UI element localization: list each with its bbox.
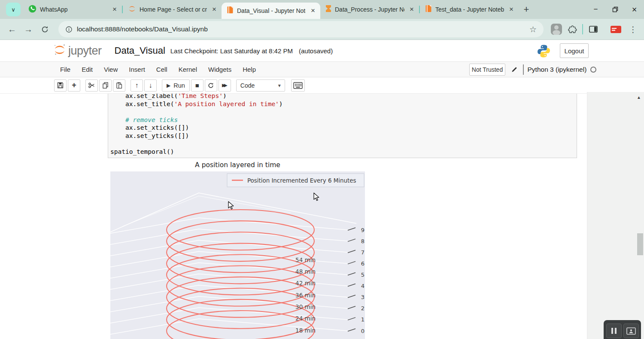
run-label: Run	[173, 82, 185, 89]
restart-icon	[207, 82, 214, 89]
side-panel-button[interactable]	[589, 25, 598, 33]
python-logo-icon	[537, 44, 551, 60]
notebook-menubar: File Edit View Insert Cell Kernel Widget…	[0, 61, 644, 77]
cut-cell-button[interactable]	[85, 79, 98, 92]
svg-text:36 min: 36 min	[295, 292, 316, 299]
run-button[interactable]: ▶ Run	[162, 79, 190, 92]
svg-text:8: 8	[361, 238, 365, 244]
svg-text:54 min: 54 min	[295, 257, 316, 263]
back-button[interactable]: ←	[5, 22, 19, 36]
tab-jupyter-home[interactable]: Home Page - Select or creat ×	[123, 0, 222, 19]
media-control-overlay	[604, 320, 641, 339]
menu-file[interactable]: File	[55, 66, 76, 73]
window-minimize-button[interactable]: −	[586, 0, 605, 19]
menu-kernel[interactable]: Kernel	[173, 66, 203, 73]
menu-widgets[interactable]: Widgets	[203, 66, 237, 73]
menu-insert[interactable]: Insert	[123, 66, 151, 73]
tab-close-button[interactable]: ×	[408, 5, 416, 14]
media-pause-button[interactable]	[606, 324, 622, 338]
forward-button[interactable]: →	[21, 22, 35, 36]
tab-test-data[interactable]: Test_data - Jupyter Noteboo ×	[420, 0, 519, 19]
chevron-down-icon: ∨	[11, 6, 15, 13]
autosaved-text: (autosaved)	[299, 47, 333, 55]
reload-icon	[41, 25, 49, 34]
tab-data-visual-active[interactable]: Data_Visual - Jupyter Noteb ×	[222, 3, 320, 19]
picture-in-picture-button[interactable]	[623, 324, 639, 338]
cell-type-dropdown[interactable]: Code ▾	[236, 79, 285, 92]
jupyter-logo-text[interactable]: jupyter	[68, 44, 102, 58]
tab-close-button[interactable]: ×	[309, 6, 317, 15]
tab-title: WhatsApp	[40, 6, 107, 13]
restart-kernel-button[interactable]	[205, 79, 217, 92]
new-tab-button[interactable]: +	[519, 2, 534, 17]
window-close-button[interactable]: ×	[625, 0, 644, 19]
move-cell-up-button[interactable]: ↑	[131, 79, 143, 92]
copy-cell-button[interactable]	[99, 79, 112, 92]
fast-forward-icon: ▶▶	[222, 82, 228, 88]
tab-whatsapp[interactable]: WhatsApp ×	[23, 0, 122, 19]
svg-text:6: 6	[361, 260, 365, 267]
restart-run-all-button[interactable]: ▶▶	[219, 79, 231, 92]
play-icon: ▶	[167, 82, 170, 89]
plot-output: 012345678918 min24 min30 min36 min42 min…	[110, 171, 365, 339]
tab-search-chevron-button[interactable]: ∨	[6, 3, 21, 16]
code-editor[interactable]: ax.set_zlabel('Time Steps') ax.set_title…	[110, 94, 283, 156]
profile-avatar-icon[interactable]	[551, 24, 562, 35]
menu-help[interactable]: Help	[237, 66, 261, 73]
bookmark-star-icon[interactable]: ☆	[529, 24, 537, 34]
scrollbar-thumb[interactable]	[637, 233, 643, 255]
side-panel-icon	[589, 25, 598, 33]
jupyter-ring-icon	[128, 5, 136, 15]
kernel-idle-icon	[590, 67, 596, 73]
page-scrollbar: ▲	[587, 92, 644, 339]
tab-close-button[interactable]: ×	[111, 5, 118, 14]
address-bar[interactable]: localhost:8888/notebooks/Data_Visual.ipy…	[58, 21, 544, 37]
tab-close-button[interactable]: ×	[507, 5, 515, 14]
move-cell-down-button[interactable]: ↓	[144, 79, 157, 92]
menu-cell[interactable]: Cell	[151, 66, 173, 73]
not-trusted-button[interactable]: Not Trusted	[469, 64, 505, 76]
browser-menu-button[interactable]: ⋮	[629, 24, 637, 34]
svg-text:30 min: 30 min	[295, 303, 316, 310]
extensions-button[interactable]	[568, 25, 577, 34]
svg-text:18 min: 18 min	[295, 327, 316, 334]
scroll-up-arrow[interactable]: ▲	[637, 95, 641, 100]
svg-text:3: 3	[361, 294, 365, 300]
tab-data-process[interactable]: Data_Process - Jupyter Note ×	[320, 0, 419, 19]
paste-icon	[115, 82, 123, 89]
pause-icon	[611, 328, 613, 334]
reload-button[interactable]	[38, 22, 52, 36]
notebook-book-icon	[227, 6, 234, 15]
picture-in-picture-icon	[626, 327, 636, 335]
tab-title: Data_Process - Jupyter Note	[335, 6, 404, 13]
site-info-icon[interactable]	[65, 26, 73, 33]
command-palette-button[interactable]	[291, 79, 305, 92]
add-cell-button[interactable]: +	[68, 79, 80, 92]
copy-icon	[102, 82, 109, 89]
mouse-cursor	[312, 192, 322, 202]
navbar-separator	[582, 24, 583, 34]
svg-text:42 min: 42 min	[295, 280, 316, 287]
notebook-content: ax.set_zlabel('Time Steps') ax.set_title…	[0, 94, 644, 339]
logout-button[interactable]: Logout	[560, 43, 589, 58]
interrupt-kernel-button[interactable]: ■	[191, 79, 204, 92]
cell-type-value: Code	[240, 82, 255, 89]
edit-mode-pencil-icon	[510, 66, 518, 73]
menu-edit[interactable]: Edit	[76, 66, 98, 73]
notebook-title[interactable]: Data_Visual	[115, 45, 165, 56]
checkpoint-text: Last Checkpoint: Last Saturday at 8:42 P…	[170, 47, 293, 55]
keyboard-icon	[293, 82, 303, 89]
paste-cell-button[interactable]	[113, 79, 125, 92]
svg-text:1: 1	[361, 316, 365, 323]
save-button[interactable]	[54, 79, 67, 92]
hourglass-icon	[325, 5, 331, 14]
menu-view[interactable]: View	[98, 66, 123, 73]
extension-badge-icon[interactable]	[604, 26, 621, 33]
tab-close-button[interactable]: ×	[210, 5, 218, 14]
svg-text:0: 0	[361, 328, 365, 334]
window-restore-button[interactable]	[605, 0, 625, 19]
jupyter-logo-icon[interactable]	[53, 43, 66, 58]
notebook-toolbar: + ↑ ↓ ▶ Run ■ ▶▶ Code ▾	[0, 77, 644, 94]
plot-title: A position layered in time	[110, 161, 365, 169]
url-text: localhost:8888/notebooks/Data_Visual.ipy…	[77, 25, 208, 33]
